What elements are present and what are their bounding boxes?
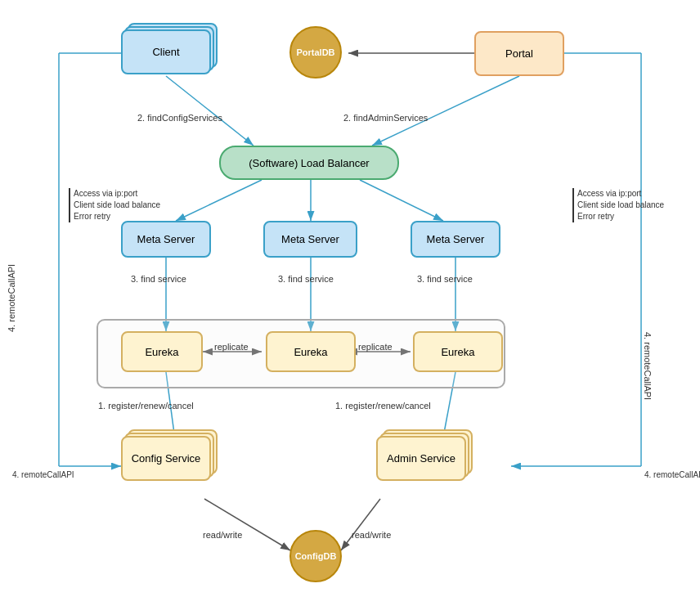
svg-line-19 — [204, 499, 290, 550]
config-service-node: Config Service — [121, 436, 211, 481]
eureka2-node: Eureka — [266, 331, 356, 372]
remote-call-api-left-text: 4. remoteCallAPI — [12, 470, 74, 479]
bracket2-line3: Error retry — [577, 211, 664, 222]
remote-call1-label: 4. remoteCallAPI — [7, 264, 16, 332]
lb-label: (Software) Load Balancer — [249, 157, 369, 169]
find-service1-label: 3. find service — [131, 274, 186, 284]
remote-call-api-right-text: 4. remoteCallAPI — [644, 470, 700, 479]
meta1-label: Meta Server — [137, 233, 195, 245]
portal-label: Portal — [505, 47, 533, 60]
arrows-svg — [0, 0, 700, 606]
portaldb-label: PortalDB — [296, 47, 334, 57]
bracket2-line2: Client side load balance — [577, 200, 664, 211]
bracket1-line3: Error retry — [74, 211, 160, 222]
meta3-node: Meta Server — [411, 221, 500, 258]
meta3-label: Meta Server — [427, 233, 485, 245]
eureka3-label: Eureka — [441, 346, 474, 358]
find-service3-label: 3. find service — [417, 274, 473, 284]
eureka1-node: Eureka — [121, 331, 203, 372]
bracket2: Access via ip:port Client side load bala… — [572, 188, 664, 222]
bracket2-line1: Access via ip:port — [577, 188, 664, 200]
register1-label: 1. register/renew/cancel — [98, 401, 194, 411]
eureka1-label: Eureka — [145, 346, 178, 358]
portaldb-node: PortalDB — [289, 26, 342, 79]
bracket1-line2: Client side load balance — [74, 200, 160, 211]
meta1-node: Meta Server — [121, 221, 211, 258]
svg-line-8 — [372, 76, 519, 146]
read-write2-label: read/write — [352, 530, 391, 540]
portal-node: Portal — [474, 31, 564, 76]
eureka2-label: Eureka — [294, 346, 327, 358]
client-label: Client — [152, 46, 179, 58]
replicate1-label: replicate — [214, 342, 249, 352]
svg-line-11 — [360, 180, 443, 221]
svg-line-20 — [341, 499, 380, 550]
find-service2-label: 3. find service — [278, 274, 334, 284]
meta2-label: Meta Server — [281, 233, 339, 245]
configdb-node: ConfigDB — [289, 530, 342, 582]
bracket1: Access via ip:port Client side load bala… — [69, 188, 160, 222]
find-admin-label: 2. findAdminServices — [343, 113, 428, 123]
replicate2-label: replicate — [358, 342, 393, 352]
svg-line-9 — [176, 180, 262, 221]
admin-service-label: Admin Service — [387, 452, 455, 465]
find-config-label: 2. findConfigServices — [137, 113, 222, 123]
bracket1-line1: Access via ip:port — [74, 188, 160, 200]
configdb-label: ConfigDB — [295, 551, 337, 561]
meta2-node: Meta Server — [263, 221, 357, 258]
svg-line-7 — [166, 76, 254, 146]
config-service-label: Config Service — [132, 452, 201, 465]
client-node: Client — [121, 29, 211, 74]
register2-label: 1. register/renew/cancel — [335, 401, 431, 411]
read-write1-label: read/write — [203, 530, 242, 540]
admin-service-node: Admin Service — [376, 436, 466, 481]
eureka3-node: Eureka — [413, 331, 503, 372]
diagram: Client PortalDB Portal (Software) Load B… — [0, 0, 700, 606]
remote-call2-label: 4. remoteCallAPI — [643, 332, 653, 400]
lb-node: (Software) Load Balancer — [219, 146, 399, 180]
